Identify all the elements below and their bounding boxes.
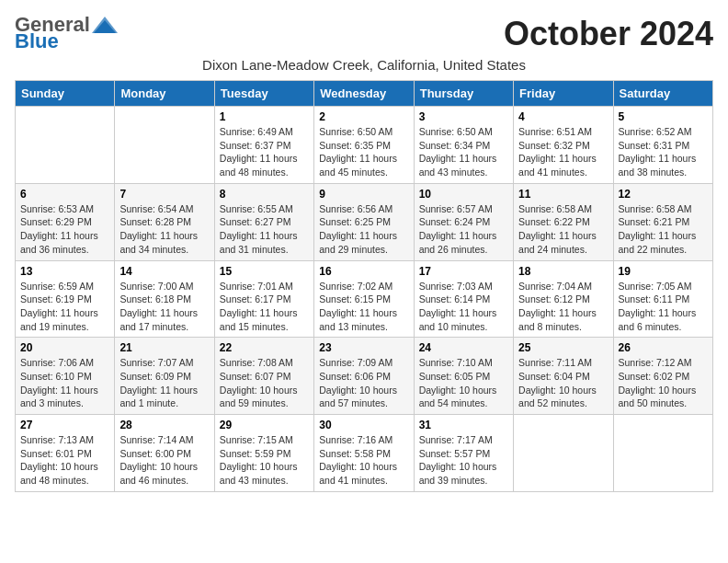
day-number: 31 [419, 419, 508, 431]
day-number: 17 [419, 265, 508, 278]
logo-blue: Blue [15, 31, 59, 52]
day-number: 5 [619, 110, 708, 123]
day-info: Sunrise: 6:50 AM Sunset: 6:34 PM Dayligh… [419, 125, 508, 179]
calendar-cell: 26Sunrise: 7:12 AM Sunset: 6:02 PM Dayli… [613, 338, 712, 415]
calendar-cell: 12Sunrise: 6:58 AM Sunset: 6:21 PM Dayli… [613, 183, 712, 260]
day-number: 26 [619, 341, 708, 354]
day-info: Sunrise: 6:51 AM Sunset: 6:32 PM Dayligh… [518, 125, 608, 179]
day-number: 28 [119, 419, 209, 431]
day-number: 8 [220, 188, 309, 201]
day-number: 11 [518, 188, 608, 201]
day-number: 23 [319, 341, 408, 354]
day-info: Sunrise: 7:00 AM Sunset: 6:18 PM Dayligh… [119, 280, 209, 334]
day-number: 29 [220, 419, 309, 431]
day-of-week-header: Sunday [16, 81, 115, 107]
day-info: Sunrise: 6:58 AM Sunset: 6:21 PM Dayligh… [619, 202, 708, 257]
calendar-cell: 19Sunrise: 7:05 AM Sunset: 6:11 PM Dayli… [613, 260, 712, 338]
day-number: 30 [319, 419, 408, 431]
day-info: Sunrise: 6:57 AM Sunset: 6:24 PM Dayligh… [419, 202, 508, 257]
days-of-week-row: SundayMondayTuesdayWednesdayThursdayFrid… [16, 81, 713, 107]
day-info: Sunrise: 6:55 AM Sunset: 6:27 PM Dayligh… [220, 202, 309, 257]
day-number: 16 [319, 265, 408, 278]
calendar-cell [16, 107, 115, 184]
calendar-week-row: 6Sunrise: 6:53 AM Sunset: 6:29 PM Daylig… [16, 183, 713, 260]
calendar-cell: 1Sunrise: 6:49 AM Sunset: 6:37 PM Daylig… [214, 107, 313, 184]
day-number: 24 [419, 341, 508, 354]
calendar-cell: 14Sunrise: 7:00 AM Sunset: 6:18 PM Dayli… [115, 260, 214, 338]
subtitle: Dixon Lane-Meadow Creek, California, Uni… [15, 57, 713, 73]
day-of-week-header: Monday [115, 81, 214, 107]
calendar-week-row: 1Sunrise: 6:49 AM Sunset: 6:37 PM Daylig… [16, 107, 713, 184]
day-info: Sunrise: 7:03 AM Sunset: 6:14 PM Dayligh… [419, 280, 508, 334]
calendar-cell: 18Sunrise: 7:04 AM Sunset: 6:12 PM Dayli… [514, 260, 613, 338]
day-number: 27 [20, 419, 109, 431]
day-number: 21 [119, 341, 209, 354]
day-number: 4 [518, 110, 608, 123]
day-number: 22 [220, 341, 309, 354]
day-info: Sunrise: 6:59 AM Sunset: 6:19 PM Dayligh… [20, 280, 109, 334]
calendar-cell: 25Sunrise: 7:11 AM Sunset: 6:04 PM Dayli… [514, 338, 613, 415]
calendar-cell: 2Sunrise: 6:50 AM Sunset: 6:35 PM Daylig… [314, 107, 414, 184]
day-number: 14 [119, 265, 209, 278]
logo-icon [92, 17, 118, 33]
calendar-cell: 24Sunrise: 7:10 AM Sunset: 6:05 PM Dayli… [414, 338, 513, 415]
calendar-cell: 9Sunrise: 6:56 AM Sunset: 6:25 PM Daylig… [314, 183, 414, 260]
calendar-cell [514, 415, 613, 492]
calendar-cell: 6Sunrise: 6:53 AM Sunset: 6:29 PM Daylig… [16, 183, 115, 260]
calendar-cell: 4Sunrise: 6:51 AM Sunset: 6:32 PM Daylig… [514, 107, 613, 184]
calendar-week-row: 20Sunrise: 7:06 AM Sunset: 6:10 PM Dayli… [16, 338, 713, 415]
day-number: 15 [220, 265, 309, 278]
day-number: 7 [119, 188, 209, 201]
day-info: Sunrise: 7:17 AM Sunset: 5:57 PM Dayligh… [419, 433, 508, 488]
day-info: Sunrise: 7:10 AM Sunset: 6:05 PM Dayligh… [419, 356, 508, 410]
day-number: 18 [518, 265, 608, 278]
day-info: Sunrise: 6:58 AM Sunset: 6:22 PM Dayligh… [518, 202, 608, 257]
day-info: Sunrise: 7:12 AM Sunset: 6:02 PM Dayligh… [619, 356, 708, 410]
day-info: Sunrise: 6:49 AM Sunset: 6:37 PM Dayligh… [220, 125, 309, 179]
day-info: Sunrise: 7:13 AM Sunset: 6:01 PM Dayligh… [20, 433, 109, 488]
calendar-cell: 5Sunrise: 6:52 AM Sunset: 6:31 PM Daylig… [613, 107, 712, 184]
day-number: 20 [20, 341, 109, 354]
calendar-cell: 3Sunrise: 6:50 AM Sunset: 6:34 PM Daylig… [414, 107, 513, 184]
month-title: October 2024 [504, 15, 713, 53]
day-info: Sunrise: 6:54 AM Sunset: 6:28 PM Dayligh… [119, 202, 209, 257]
day-of-week-header: Tuesday [214, 81, 313, 107]
day-info: Sunrise: 7:01 AM Sunset: 6:17 PM Dayligh… [220, 280, 309, 334]
calendar-cell: 30Sunrise: 7:16 AM Sunset: 5:58 PM Dayli… [314, 415, 414, 492]
day-info: Sunrise: 7:04 AM Sunset: 6:12 PM Dayligh… [518, 280, 608, 334]
calendar-cell: 11Sunrise: 6:58 AM Sunset: 6:22 PM Dayli… [514, 183, 613, 260]
calendar-cell: 21Sunrise: 7:07 AM Sunset: 6:09 PM Dayli… [115, 338, 214, 415]
day-info: Sunrise: 6:52 AM Sunset: 6:31 PM Dayligh… [619, 125, 708, 179]
calendar-cell: 22Sunrise: 7:08 AM Sunset: 6:07 PM Dayli… [214, 338, 313, 415]
day-info: Sunrise: 7:02 AM Sunset: 6:15 PM Dayligh… [319, 280, 408, 334]
day-number: 19 [619, 265, 708, 278]
calendar-cell: 16Sunrise: 7:02 AM Sunset: 6:15 PM Dayli… [314, 260, 414, 338]
calendar-week-row: 27Sunrise: 7:13 AM Sunset: 6:01 PM Dayli… [16, 415, 713, 492]
day-number: 1 [220, 110, 309, 123]
day-of-week-header: Wednesday [314, 81, 414, 107]
calendar-cell: 31Sunrise: 7:17 AM Sunset: 5:57 PM Dayli… [414, 415, 513, 492]
calendar-cell: 29Sunrise: 7:15 AM Sunset: 5:59 PM Dayli… [214, 415, 313, 492]
day-info: Sunrise: 7:08 AM Sunset: 6:07 PM Dayligh… [220, 356, 309, 410]
day-number: 6 [20, 188, 109, 201]
calendar-cell: 20Sunrise: 7:06 AM Sunset: 6:10 PM Dayli… [16, 338, 115, 415]
calendar-cell: 23Sunrise: 7:09 AM Sunset: 6:06 PM Dayli… [314, 338, 414, 415]
day-info: Sunrise: 7:06 AM Sunset: 6:10 PM Dayligh… [20, 356, 109, 410]
calendar-cell: 8Sunrise: 6:55 AM Sunset: 6:27 PM Daylig… [214, 183, 313, 260]
page-header: General Blue October 2024 [15, 15, 713, 53]
calendar-cell: 10Sunrise: 6:57 AM Sunset: 6:24 PM Dayli… [414, 183, 513, 260]
day-info: Sunrise: 7:14 AM Sunset: 6:00 PM Dayligh… [119, 433, 209, 488]
day-of-week-header: Saturday [613, 81, 712, 107]
day-info: Sunrise: 7:09 AM Sunset: 6:06 PM Dayligh… [319, 356, 408, 410]
day-info: Sunrise: 7:05 AM Sunset: 6:11 PM Dayligh… [619, 280, 708, 334]
day-number: 3 [419, 110, 508, 123]
logo: General Blue [15, 15, 118, 52]
day-number: 2 [319, 110, 408, 123]
day-number: 25 [518, 341, 608, 354]
calendar-cell: 27Sunrise: 7:13 AM Sunset: 6:01 PM Dayli… [16, 415, 115, 492]
calendar-week-row: 13Sunrise: 6:59 AM Sunset: 6:19 PM Dayli… [16, 260, 713, 338]
calendar-cell: 28Sunrise: 7:14 AM Sunset: 6:00 PM Dayli… [115, 415, 214, 492]
day-info: Sunrise: 7:07 AM Sunset: 6:09 PM Dayligh… [119, 356, 209, 410]
day-number: 12 [619, 188, 708, 201]
day-info: Sunrise: 7:15 AM Sunset: 5:59 PM Dayligh… [220, 433, 309, 488]
